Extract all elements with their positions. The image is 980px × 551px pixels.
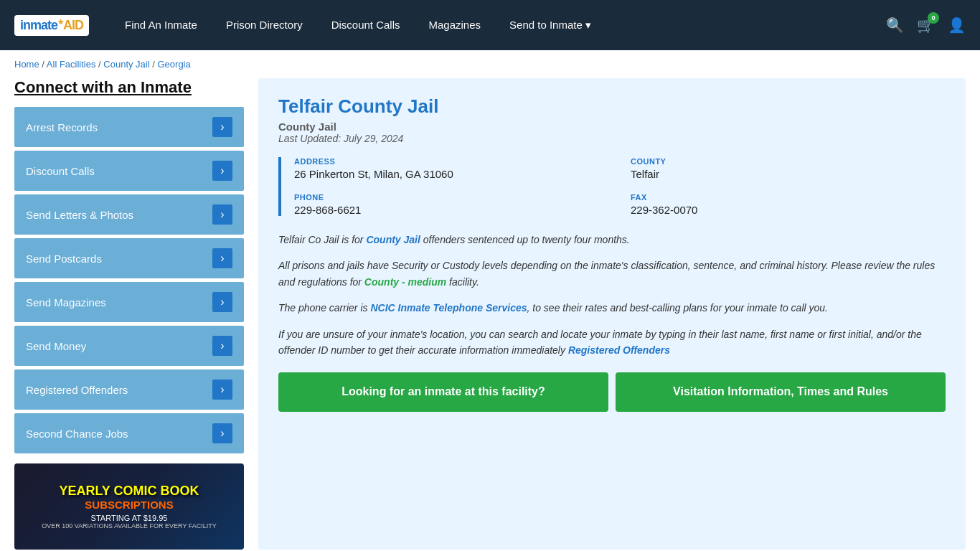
breadcrumb-county-jail[interactable]: County Jail bbox=[103, 59, 149, 70]
nav-find-an-inmate[interactable]: Find An Inmate bbox=[125, 19, 197, 32]
county-jail-link-1[interactable]: County Jail bbox=[366, 234, 420, 245]
logo-text-inmate: inmate bbox=[20, 18, 57, 32]
sidebar-btn-arrest-records[interactable]: Arrest Records › bbox=[14, 107, 244, 147]
nav-right: 🔍 🛒 0 👤 bbox=[886, 17, 966, 34]
info-grid: ADDRESS 26 Pinkerton St, Milan, GA 31060… bbox=[278, 157, 946, 216]
logo[interactable]: inmate★AID bbox=[14, 15, 89, 36]
facility-type: County Jail bbox=[278, 121, 946, 133]
registered-offenders-link[interactable]: Registered Offenders bbox=[568, 344, 670, 356]
search-icon[interactable]: 🔍 bbox=[886, 17, 904, 34]
sidebar-btn-registered-offenders[interactable]: Registered Offenders › bbox=[14, 369, 244, 410]
main-content: Telfair County Jail County Jail Last Upd… bbox=[258, 78, 966, 550]
fax-value: 229-362-0070 bbox=[631, 204, 946, 216]
user-icon[interactable]: 👤 bbox=[948, 17, 966, 34]
arrow-icon: › bbox=[212, 423, 232, 443]
sidebar-btn-send-money[interactable]: Send Money › bbox=[14, 326, 244, 366]
desc-paragraph-1: Telfair Co Jail is for County Jail offen… bbox=[278, 232, 946, 248]
info-address: ADDRESS 26 Pinkerton St, Milan, GA 31060 bbox=[294, 157, 609, 180]
breadcrumb-all-facilities[interactable]: All Facilities bbox=[47, 59, 96, 70]
arrow-icon: › bbox=[212, 292, 232, 312]
arrow-icon: › bbox=[212, 248, 232, 268]
arrow-icon: › bbox=[212, 336, 232, 356]
arrow-icon: › bbox=[212, 117, 232, 137]
navbar: inmate★AID Find An Inmate Prison Directo… bbox=[0, 0, 980, 50]
sidebar: Connect with an Inmate Arrest Records › … bbox=[14, 78, 244, 550]
info-phone: PHONE 229-868-6621 bbox=[294, 193, 609, 216]
info-fax: FAX 229-362-0070 bbox=[631, 193, 946, 216]
sidebar-title: Connect with an Inmate bbox=[14, 78, 244, 97]
cart-badge: 0 bbox=[928, 12, 939, 24]
logo-star: ★ bbox=[57, 18, 63, 26]
comic-ad[interactable]: YEARLY COMIC BOOK SUBSCRIPTIONS STARTING… bbox=[14, 463, 244, 550]
arrow-icon: › bbox=[212, 380, 232, 400]
info-county: COUNTY Telfair bbox=[631, 157, 946, 180]
county-label: COUNTY bbox=[631, 157, 946, 166]
sidebar-btn-discount-calls[interactable]: Discount Calls › bbox=[14, 151, 244, 191]
btn-visitation-info[interactable]: Visitation Information, Times and Rules bbox=[616, 372, 946, 411]
btn-looking-inmate[interactable]: Looking for an inmate at this facility? bbox=[278, 372, 608, 411]
nav-links: Find An Inmate Prison Directory Discount… bbox=[125, 19, 864, 32]
phone-value: 229-868-6621 bbox=[294, 204, 609, 216]
ad-subtitle: SUBSCRIPTIONS bbox=[26, 499, 232, 511]
county-value: Telfair bbox=[631, 168, 946, 180]
nav-send-to-inmate[interactable]: Send to Inmate ▾ bbox=[509, 19, 591, 32]
address-label: ADDRESS bbox=[294, 157, 609, 166]
fax-label: FAX bbox=[631, 193, 946, 202]
sidebar-btn-second-chance-jobs[interactable]: Second Chance Jobs › bbox=[14, 413, 244, 453]
sidebar-btn-send-postcards[interactable]: Send Postcards › bbox=[14, 238, 244, 278]
bottom-buttons: Looking for an inmate at this facility? … bbox=[278, 372, 946, 411]
arrow-icon: › bbox=[212, 204, 232, 225]
nav-discount-calls[interactable]: Discount Calls bbox=[331, 19, 400, 32]
address-value: 26 Pinkerton St, Milan, GA 31060 bbox=[294, 168, 609, 180]
county-medium-link[interactable]: County - medium bbox=[364, 276, 446, 288]
arrow-icon: › bbox=[212, 161, 232, 181]
nav-magazines[interactable]: Magazines bbox=[429, 19, 481, 32]
breadcrumb: Home / All Facilities / County Jail / Ge… bbox=[0, 50, 980, 78]
desc-paragraph-4: If you are unsure of your inmate's locat… bbox=[278, 326, 946, 359]
ad-note: OVER 100 VARIATIONS AVAILABLE FOR EVERY … bbox=[26, 522, 232, 529]
breadcrumb-state[interactable]: Georgia bbox=[157, 59, 190, 70]
facility-title: Telfair County Jail bbox=[278, 95, 946, 118]
description: Telfair Co Jail is for County Jail offen… bbox=[278, 232, 946, 358]
main-layout: Connect with an Inmate Arrest Records › … bbox=[0, 78, 980, 551]
nav-prison-directory[interactable]: Prison Directory bbox=[226, 19, 303, 32]
ad-price: STARTING AT $19.95 bbox=[26, 514, 232, 522]
ncic-link[interactable]: NCIC Inmate Telephone Services bbox=[370, 302, 527, 314]
sidebar-btn-send-letters[interactable]: Send Letters & Photos › bbox=[14, 194, 244, 235]
desc-paragraph-2: All prisons and jails have Security or C… bbox=[278, 258, 946, 290]
facility-updated: Last Updated: July 29, 2024 bbox=[278, 133, 946, 144]
ad-title: YEARLY COMIC BOOK bbox=[26, 484, 232, 499]
desc-paragraph-3: The phone carrier is NCIC Inmate Telepho… bbox=[278, 300, 946, 316]
logo-text-aid: AID bbox=[63, 18, 83, 32]
phone-label: PHONE bbox=[294, 193, 609, 202]
cart-icon[interactable]: 🛒 0 bbox=[917, 17, 935, 34]
sidebar-btn-send-magazines[interactable]: Send Magazines › bbox=[14, 282, 244, 322]
breadcrumb-home[interactable]: Home bbox=[14, 59, 39, 70]
